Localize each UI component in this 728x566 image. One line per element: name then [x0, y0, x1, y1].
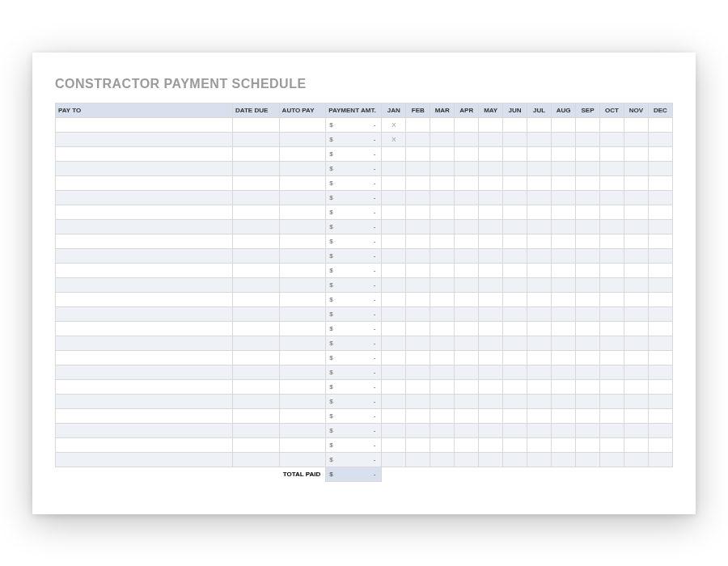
cell-month[interactable]	[599, 248, 624, 263]
cell-month[interactable]	[406, 437, 430, 452]
cell-month[interactable]	[455, 452, 479, 467]
cell-month[interactable]	[406, 132, 430, 146]
cell-auto-pay[interactable]	[279, 423, 326, 437]
cell-month[interactable]	[479, 452, 503, 467]
cell-month[interactable]	[430, 292, 455, 306]
cell-pay-to[interactable]	[56, 321, 233, 336]
cell-month[interactable]	[430, 248, 455, 263]
cell-payment-amt[interactable]: $-	[326, 234, 382, 248]
cell-month[interactable]	[382, 263, 406, 277]
cell-month[interactable]	[552, 321, 576, 336]
cell-pay-to[interactable]	[56, 234, 233, 248]
cell-pay-to[interactable]	[56, 117, 233, 132]
cell-month[interactable]	[430, 190, 455, 205]
cell-month[interactable]	[430, 219, 455, 234]
cell-month[interactable]	[479, 190, 503, 205]
cell-auto-pay[interactable]	[279, 161, 326, 175]
cell-month[interactable]	[455, 175, 479, 190]
cell-auto-pay[interactable]	[279, 350, 326, 365]
cell-pay-to[interactable]	[56, 379, 233, 394]
cell-date-due[interactable]	[232, 394, 279, 408]
cell-month[interactable]	[624, 146, 648, 161]
cell-month[interactable]	[599, 263, 624, 277]
cell-month[interactable]	[576, 336, 600, 350]
cell-month[interactable]	[479, 437, 503, 452]
cell-month[interactable]	[503, 336, 527, 350]
cell-month[interactable]	[382, 350, 406, 365]
cell-month[interactable]	[455, 350, 479, 365]
cell-month[interactable]	[406, 321, 430, 336]
cell-month[interactable]	[527, 175, 552, 190]
cell-month[interactable]	[455, 146, 479, 161]
cell-month[interactable]	[599, 306, 624, 321]
cell-auto-pay[interactable]	[279, 190, 326, 205]
cell-month[interactable]	[430, 161, 455, 175]
cell-month[interactable]	[430, 365, 455, 379]
cell-month[interactable]	[382, 437, 406, 452]
cell-month[interactable]	[527, 117, 552, 132]
cell-month[interactable]	[552, 379, 576, 394]
cell-month[interactable]	[430, 132, 455, 146]
cell-month[interactable]	[503, 423, 527, 437]
cell-month[interactable]	[648, 408, 672, 423]
cell-pay-to[interactable]	[56, 423, 233, 437]
cell-date-due[interactable]	[232, 321, 279, 336]
cell-month[interactable]	[503, 350, 527, 365]
cell-date-due[interactable]	[232, 365, 279, 379]
cell-month[interactable]	[648, 234, 672, 248]
cell-month[interactable]	[648, 452, 672, 467]
cell-month[interactable]	[552, 248, 576, 263]
cell-month[interactable]	[624, 117, 648, 132]
cell-auto-pay[interactable]	[279, 365, 326, 379]
cell-month[interactable]	[552, 205, 576, 219]
cell-month[interactable]	[624, 219, 648, 234]
cell-auto-pay[interactable]	[279, 437, 326, 452]
cell-month[interactable]	[406, 452, 430, 467]
cell-auto-pay[interactable]	[279, 452, 326, 467]
cell-month[interactable]	[624, 175, 648, 190]
cell-month[interactable]	[430, 350, 455, 365]
cell-month[interactable]	[527, 132, 552, 146]
cell-month[interactable]	[576, 117, 600, 132]
cell-month[interactable]	[599, 146, 624, 161]
cell-month[interactable]	[648, 205, 672, 219]
cell-month[interactable]	[624, 277, 648, 292]
cell-month[interactable]	[503, 190, 527, 205]
cell-month[interactable]	[599, 190, 624, 205]
cell-month[interactable]	[503, 263, 527, 277]
cell-pay-to[interactable]	[56, 219, 233, 234]
cell-month[interactable]	[406, 379, 430, 394]
cell-month[interactable]	[406, 117, 430, 132]
cell-month[interactable]	[599, 234, 624, 248]
cell-month[interactable]	[527, 408, 552, 423]
cell-month[interactable]	[382, 394, 406, 408]
cell-month[interactable]	[455, 408, 479, 423]
cell-month[interactable]	[576, 263, 600, 277]
cell-month[interactable]	[576, 175, 600, 190]
cell-month[interactable]	[527, 321, 552, 336]
cell-month[interactable]	[576, 205, 600, 219]
cell-payment-amt[interactable]: $-	[326, 321, 382, 336]
cell-month[interactable]	[479, 263, 503, 277]
cell-date-due[interactable]	[232, 248, 279, 263]
cell-month[interactable]	[382, 452, 406, 467]
cell-month[interactable]	[406, 365, 430, 379]
cell-month[interactable]	[455, 117, 479, 132]
cell-month[interactable]	[599, 277, 624, 292]
cell-month[interactable]	[455, 379, 479, 394]
cell-month[interactable]	[624, 365, 648, 379]
cell-month[interactable]	[552, 306, 576, 321]
cell-month[interactable]	[624, 248, 648, 263]
cell-month[interactable]	[503, 394, 527, 408]
cell-month[interactable]	[430, 146, 455, 161]
cell-payment-amt[interactable]: $-	[326, 263, 382, 277]
cell-month[interactable]	[599, 117, 624, 132]
cell-month[interactable]	[503, 146, 527, 161]
cell-month[interactable]	[576, 437, 600, 452]
cell-month[interactable]	[503, 248, 527, 263]
cell-month[interactable]	[479, 336, 503, 350]
cell-date-due[interactable]	[232, 452, 279, 467]
cell-month[interactable]	[382, 423, 406, 437]
cell-payment-amt[interactable]: $-	[326, 219, 382, 234]
cell-payment-amt[interactable]: $-	[326, 146, 382, 161]
